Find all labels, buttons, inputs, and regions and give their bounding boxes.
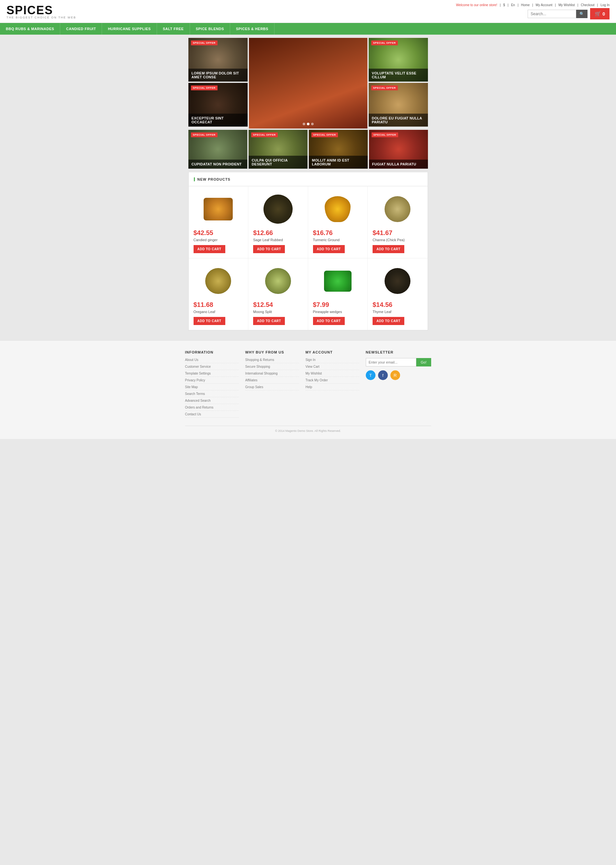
product-image-0 [204,198,233,220]
search-input[interactable] [528,10,576,18]
product-img-area-7 [372,265,423,297]
nav-spiceblends[interactable]: SPICE BLENDS [190,23,230,35]
banner-bottom: SPECIAL OFFER CUPIDATAT NON PROIDENT SPE… [189,130,428,169]
nav-candied[interactable]: CANDIED FRUIT [60,23,102,35]
dot-1[interactable] [303,123,305,125]
divider2: | [508,3,509,7]
facebook-icon[interactable]: f [378,370,388,380]
product-name-6: Pineapple wedges [313,310,342,314]
product-price-7: $14.56 [372,301,392,308]
special-offer-badge-5: SPECIAL OFFER [191,132,217,137]
d7: | [597,3,598,7]
newsletter-button[interactable]: Go! [416,358,431,366]
add-to-cart-button-6[interactable]: ADD TO CART [313,317,345,325]
nav-hurricane[interactable]: HURRICANE SUPPLIES [102,23,157,35]
social-icons: T f R [366,370,431,380]
banner-label-4: DOLORE EU FUGIAT NULLA PARIATU [369,114,428,127]
footer-information: INFORMATION About Us Customer Service Te… [185,350,239,419]
special-offer-badge-8: SPECIAL OFFER [372,132,398,137]
banner-label-7: MOLLIT ANIM ID EST LABORUM [309,156,368,169]
footer-international[interactable]: International Shopping [245,372,299,377]
footer-account-title: MY ACCOUNT [306,350,359,354]
search-box: 🔍 [528,10,588,18]
nav-myaccount[interactable]: My Account [536,3,553,7]
banner-right: SPECIAL OFFER VOLUPTATE VELIT ESSE CILLU… [369,38,428,129]
cart-button[interactable]: 🛒 0 [590,8,610,19]
add-to-cart-button-3[interactable]: ADD TO CART [372,245,404,253]
product-name-7: Thyme Leaf [372,310,391,314]
cart-count: 0 [602,11,605,17]
product-item-4: $11.68 Oregano Leaf ADD TO CART [189,258,248,330]
newsletter-input[interactable] [366,358,416,366]
logo-text: SPICES [6,3,76,17]
add-to-cart-button-5[interactable]: ADD TO CART [253,317,285,325]
header-top-links: Welcome to our online store! | $ | En | … [456,3,610,7]
add-to-cart-button-4[interactable]: ADD TO CART [193,317,225,325]
add-to-cart-button-0[interactable]: ADD TO CART [193,245,225,253]
lang-select[interactable]: En [511,3,515,7]
footer-signin[interactable]: Sign In [306,358,359,363]
footer-group[interactable]: Group Sales [245,385,299,390]
add-to-cart-button-1[interactable]: ADD TO CART [253,245,285,253]
banner-center[interactable] [249,38,368,129]
footer-secure[interactable]: Secure Shopping [245,365,299,370]
footer-customer[interactable]: Customer Service [185,365,239,370]
footer-affiliates[interactable]: Affiliates [245,379,299,384]
rss-icon[interactable]: R [390,370,400,380]
search-button[interactable]: 🔍 [576,10,588,18]
new-products-title: NEW PRODUCTS [194,178,231,181]
product-item-3: $41.67 Channa (Chick Pea) ADD TO CART [368,186,427,258]
product-price-5: $12.54 [253,301,273,308]
banner-bottom-3[interactable]: SPECIAL OFFER MOLLIT ANIM ID EST LABORUM [309,130,368,169]
add-to-cart-button-7[interactable]: ADD TO CART [372,317,404,325]
product-name-2: Turmeric Ground [313,238,340,242]
banner-bottom-1[interactable]: SPECIAL OFFER CUPIDATAT NON PROIDENT [189,130,247,169]
footer-why-title: WHY BUY FROM US [245,350,299,354]
newsletter-form: Go! [366,358,431,366]
footer: INFORMATION About Us Customer Service Te… [0,340,616,439]
products-grid: $42.55 Candied ginger ADD TO CART $12.66… [189,186,427,330]
nav-bbq[interactable]: BBQ RUBS & MARINADES [0,23,60,35]
product-name-5: Moong Split [253,310,272,314]
dot-3[interactable] [311,123,314,125]
product-name-3: Channa (Chick Pea) [372,238,405,242]
nav-home[interactable]: Home [521,3,530,7]
product-image-7 [385,268,410,294]
banner-item-3[interactable]: SPECIAL OFFER VOLUPTATE VELIT ESSE CILLU… [369,38,428,82]
footer-contact[interactable]: Contact Us [185,412,239,418]
nav-wishlist[interactable]: My Wishlist [558,3,575,7]
footer-track[interactable]: Track My Order [306,379,359,384]
banner-item-2[interactable]: SPECIAL OFFER EXCEPTEUR SINT OCCAECAT [189,83,248,127]
footer-template[interactable]: Template Settings [185,372,239,377]
banner-left: SPECIAL OFFER LOREM IPSUM DOLOR SIT AMET… [189,38,248,129]
product-price-3: $41.67 [372,229,392,237]
product-img-area-3 [372,193,423,225]
banner-item-4[interactable]: SPECIAL OFFER DOLORE EU FUGIAT NULLA PAR… [369,83,428,127]
main-nav: BBQ RUBS & MARINADES CANDIED FRUIT HURRI… [0,23,616,35]
footer-mywishlist[interactable]: My Wishlist [306,372,359,377]
special-offer-badge-1: SPECIAL OFFER [191,41,217,45]
d5: | [555,3,556,7]
nav-spicesherbs[interactable]: SPICES & HERBS [230,23,275,35]
twitter-icon[interactable]: T [366,370,376,380]
add-to-cart-button-2[interactable]: ADD TO CART [313,245,345,253]
footer-shopping[interactable]: Shopping & Returns [245,358,299,363]
footer-sitemap[interactable]: Site Map [185,385,239,390]
dot-2[interactable] [307,123,310,125]
footer-privacy[interactable]: Privacy Policy [185,379,239,384]
product-img-area-6 [313,265,363,297]
banner-item-1[interactable]: SPECIAL OFFER LOREM IPSUM DOLOR SIT AMET… [189,38,248,82]
footer-about[interactable]: About Us [185,358,239,363]
nav-login[interactable]: Log In [600,3,610,7]
banner-bottom-4[interactable]: SPECIAL OFFER FUGIAT NULLA PARIATU [369,130,428,169]
banner-bottom-2[interactable]: SPECIAL OFFER CULPA QUI OFFICIA DESERUNT [248,130,308,169]
footer-search[interactable]: Search Terms [185,392,239,397]
footer-advanced[interactable]: Advanced Search [185,399,239,404]
product-image-6 [324,271,352,292]
product-img-area-1 [253,193,303,225]
footer-viewcart[interactable]: View Cart [306,365,359,370]
nav-checkout[interactable]: Checkout [581,3,594,7]
footer-orders[interactable]: Orders and Returns [185,406,239,411]
nav-saltfree[interactable]: SALT FREE [157,23,190,35]
footer-help[interactable]: Help [306,385,359,390]
